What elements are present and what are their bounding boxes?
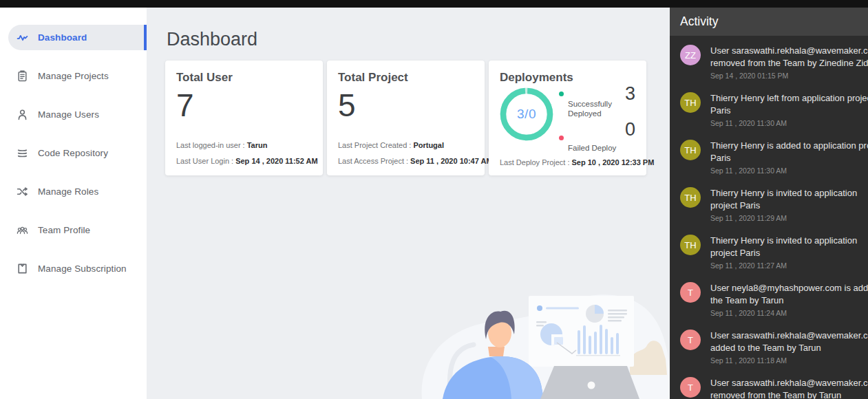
avatar: T xyxy=(680,377,701,398)
sidebar-item-label: Team Profile xyxy=(38,225,90,235)
avatar: TH xyxy=(680,140,701,160)
active-indicator xyxy=(144,25,147,50)
avatar: T xyxy=(680,282,701,303)
top-bar xyxy=(0,0,868,8)
sidebar-item-manage-projects[interactable]: Manage Projects xyxy=(0,63,147,89)
avatar: TH xyxy=(680,187,701,208)
sidebar-item-label: Code Repository xyxy=(38,148,108,158)
clipboard-icon xyxy=(17,70,28,82)
activity-message: User saraswathi.rekhala@wavemaker.com is… xyxy=(710,377,868,399)
stack-icon xyxy=(17,147,28,159)
activity-message: User saraswathi.rekhala@wavemaker.com is… xyxy=(710,330,868,354)
sidebar-item-code-repository[interactable]: Code Repository xyxy=(0,140,147,166)
main-content: Dashboard Total User 7 Last logged-in us… xyxy=(147,8,670,399)
activity-panel: Activity ZZ User saraswathi.rekhala@wave… xyxy=(670,8,868,399)
failed-dot-icon xyxy=(559,136,564,140)
activity-item: TH Thierry Henry is invited to applicati… xyxy=(670,233,868,281)
avatar: TH xyxy=(680,92,701,113)
last-logged-in-user: Last logged-in user :Tarun xyxy=(176,141,267,149)
activity-timestamp: Sep 14 , 2020 01:15 PM xyxy=(710,72,868,80)
success-count: 3 xyxy=(625,83,635,105)
last-user-login: Last User Login :Sep 14 , 2020 11:52 AM xyxy=(176,157,318,165)
total-user-value: 7 xyxy=(176,87,194,124)
activity-timestamp: Sep 11 , 2020 11:30 AM xyxy=(710,119,868,127)
stat-cards: Total User 7 Last logged-in user :Tarun … xyxy=(165,61,650,175)
sidebar-item-manage-subscription[interactable]: Manage Subscription xyxy=(0,256,147,281)
shuffle-icon xyxy=(17,186,28,197)
activity-timestamp: Sep 11 , 2020 11:29 AM xyxy=(710,214,868,222)
success-dot-icon xyxy=(559,91,564,96)
activity-timestamp: Sep 11 , 2020 11:18 AM xyxy=(710,356,868,365)
activity-header: Activity xyxy=(670,8,868,36)
sidebar-item-manage-users[interactable]: Manage Users xyxy=(0,102,147,127)
sidebar: Dashboard Manage Projects Manage Users xyxy=(0,8,147,399)
activity-message: Thierry Henry left from application proj… xyxy=(710,92,868,116)
donut-center-label: 3/0 xyxy=(500,87,553,141)
bookmark-icon xyxy=(17,263,28,274)
activity-message: User saraswathi.rekhala@wavemaker.com is… xyxy=(710,45,868,69)
sidebar-item-dashboard[interactable]: Dashboard xyxy=(8,25,147,50)
team-icon xyxy=(17,224,28,236)
last-deploy-project: Last Deploy Project :Sep 10 , 2020 12:33… xyxy=(500,158,654,166)
deployments-donut-chart: 3/0 xyxy=(500,87,553,141)
activity-title: Activity xyxy=(680,14,718,28)
activity-item: TH Thierry Henry is added to application… xyxy=(670,138,868,186)
activity-message: User neyla8@myhashpower.com is added to … xyxy=(710,282,868,306)
total-project-card: Total Project 5 Last Project Created :Po… xyxy=(327,61,485,175)
activity-item: ZZ User saraswathi.rekhala@wavemaker.com… xyxy=(670,43,868,91)
activity-item: T User saraswathi.rekhala@wavemaker.com … xyxy=(670,376,868,399)
failed-count: 0 xyxy=(625,119,635,140)
avatar: T xyxy=(680,330,701,350)
card-title: Total User xyxy=(176,71,233,85)
user-icon xyxy=(17,109,28,120)
activity-timestamp: Sep 11 , 2020 11:24 AM xyxy=(710,309,868,317)
activity-item: TH Thierry Henry is invited to applicati… xyxy=(670,186,868,233)
last-project-created: Last Project Created :Portugal xyxy=(338,141,444,149)
activity-message: Thierry Henry is invited to application … xyxy=(710,187,868,211)
last-access-project: Last Access Project :Sep 11 , 2020 10:47… xyxy=(338,157,493,165)
sidebar-item-label: Dashboard xyxy=(38,32,87,43)
sidebar-item-team-profile[interactable]: Team Profile xyxy=(0,217,147,243)
total-user-card: Total User 7 Last logged-in user :Tarun … xyxy=(165,61,323,175)
activity-list[interactable]: ZZ User saraswathi.rekhala@wavemaker.com… xyxy=(670,36,868,399)
activity-item: T User saraswathi.rekhala@wavemaker.com … xyxy=(670,328,868,376)
card-title: Deployments xyxy=(500,71,573,85)
activity-timestamp: Sep 11 , 2020 11:27 AM xyxy=(710,261,868,270)
activity-message: Thierry Henry is invited to application … xyxy=(710,235,868,259)
activity-message: Thierry Henry is added to application pr… xyxy=(710,140,868,164)
dashboard-illustration xyxy=(408,282,670,399)
activity-item: T User neyla8@myhashpower.com is added t… xyxy=(670,281,868,328)
sidebar-item-label: Manage Subscription xyxy=(38,263,127,274)
activity-item: TH Thierry Henry left from application p… xyxy=(670,91,868,138)
sidebar-item-label: Manage Users xyxy=(38,109,99,120)
sidebar-item-label: Manage Projects xyxy=(38,71,109,81)
card-title: Total Project xyxy=(338,71,408,85)
avatar: ZZ xyxy=(680,45,701,65)
avatar: TH xyxy=(680,235,701,255)
sidebar-item-label: Manage Roles xyxy=(38,186,98,197)
pulse-icon xyxy=(17,32,28,43)
deployments-card: Deployments 3/0 Successfully Deployed Fa… xyxy=(489,61,646,175)
page-title: Dashboard xyxy=(167,29,257,50)
total-project-value: 5 xyxy=(338,87,356,124)
sidebar-item-manage-roles[interactable]: Manage Roles xyxy=(0,179,147,204)
activity-timestamp: Sep 11 , 2020 11:30 AM xyxy=(710,166,868,175)
